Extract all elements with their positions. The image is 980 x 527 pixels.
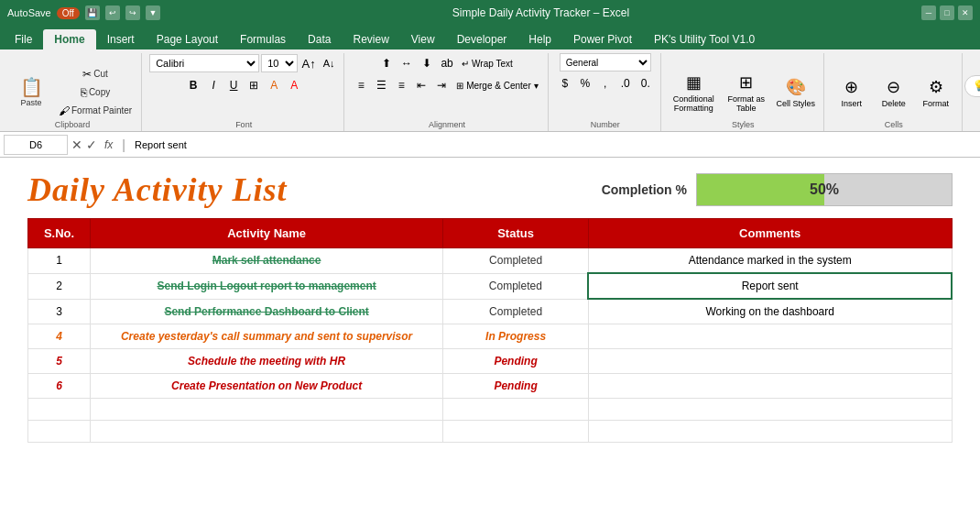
conditional-formatting-button[interactable]: ▦ Conditional Formatting xyxy=(669,67,719,117)
insert-button[interactable]: ⊕ Insert xyxy=(832,67,872,117)
insert-label: Insert xyxy=(841,99,862,108)
save-icon[interactable]: 💾 xyxy=(85,5,100,20)
title-bar: AutoSave Off 💾 ↩ ↪ ▼ Simple Daily Activi… xyxy=(0,0,980,26)
tab-data[interactable]: Data xyxy=(297,29,342,49)
autosave-toggle[interactable]: Off xyxy=(57,7,80,19)
activity-text: Schedule the meeting with HR xyxy=(188,355,345,368)
table-row-selected[interactable]: 2 Send Login Logout report to management… xyxy=(28,273,953,299)
cancel-formula-icon[interactable]: ✕ xyxy=(71,137,82,152)
increase-indent-button[interactable]: ⇥ xyxy=(432,76,451,94)
row-comments: Report sent xyxy=(588,273,952,299)
accept-formula-icon[interactable]: ✓ xyxy=(86,137,97,152)
decrease-indent-button[interactable]: ⇤ xyxy=(412,76,430,94)
align-left-button[interactable]: ≡ xyxy=(352,76,370,94)
row-activity: Send Login Logout report to management xyxy=(90,273,442,299)
formula-input[interactable] xyxy=(131,135,976,155)
paste-button[interactable]: 📋 Paste xyxy=(9,65,53,120)
ribbon: 📋 Paste ✂ Cut ⎘ Copy 🖌 Format Painter Cl… xyxy=(0,49,980,132)
orientation-button[interactable]: ab xyxy=(438,54,456,72)
cells-group-label: Cells xyxy=(826,120,962,129)
undo-icon[interactable]: ↩ xyxy=(105,5,120,20)
clipboard-group-label: Clipboard xyxy=(4,120,141,129)
tab-insert[interactable]: Insert xyxy=(96,29,146,49)
tab-review[interactable]: Review xyxy=(342,29,399,49)
italic-button[interactable]: I xyxy=(204,76,223,94)
table-row[interactable]: 3 Send Performance Dashboard to Client C… xyxy=(28,299,953,324)
table-row[interactable]: 4 Create yesterday's call summary and se… xyxy=(28,324,953,349)
title-bar-left: AutoSave Off 💾 ↩ ↪ ▼ xyxy=(7,5,160,20)
underline-button[interactable]: U xyxy=(224,76,243,94)
align-middle-button[interactable]: ↔ xyxy=(397,54,416,72)
font-grow-button[interactable]: A↑ xyxy=(299,54,318,72)
minimize-icon[interactable]: ─ xyxy=(921,5,936,20)
align-right-button[interactable]: ≡ xyxy=(392,76,410,94)
tellme-input[interactable]: 💡 Tell me what you want to do xyxy=(964,75,980,97)
border-button[interactable]: ⊞ xyxy=(245,76,263,94)
tab-page-layout[interactable]: Page Layout xyxy=(146,29,229,49)
format-painter-label: Format Painter xyxy=(71,105,132,115)
ribbon-group-font: Calibri 10 A↑ A↓ B I U ⊞ A A Font xyxy=(144,53,344,131)
merge-center-button[interactable]: ⊞ Merge & Center ▾ xyxy=(452,76,542,94)
tab-file[interactable]: File xyxy=(4,29,43,49)
activity-text: Mark self attendance xyxy=(212,254,321,267)
conditional-formatting-icon: ▦ xyxy=(686,72,702,93)
comma-button[interactable]: , xyxy=(596,74,615,93)
table-container: S.No. Activity Name Status Comments 1 Ma… xyxy=(0,218,980,443)
formula-icons: ✕ ✓ xyxy=(71,137,97,152)
format-button[interactable]: ⚙ Format xyxy=(916,67,956,117)
title-bar-right: ─ □ ✕ xyxy=(921,5,973,20)
merge-dropdown-icon: ▾ xyxy=(534,81,539,91)
tab-view[interactable]: View xyxy=(400,29,446,49)
maximize-icon[interactable]: □ xyxy=(940,5,954,20)
row-comments: Attendance marked in the system xyxy=(588,248,952,274)
bold-button[interactable]: B xyxy=(184,76,202,94)
number-format-select[interactable]: General xyxy=(560,53,651,71)
accounting-button[interactable]: $ xyxy=(556,74,574,93)
row-sno: 2 xyxy=(28,273,91,299)
table-header-row: S.No. Activity Name Status Comments xyxy=(28,219,953,248)
row-sno: 1 xyxy=(28,248,91,274)
activity-table: S.No. Activity Name Status Comments 1 Ma… xyxy=(27,218,953,443)
col-header-status: Status xyxy=(443,219,589,248)
tab-utility[interactable]: PK's Utility Tool V1.0 xyxy=(643,29,766,49)
wrap-text-button[interactable]: ↵ Wrap Text xyxy=(458,54,517,72)
decrease-decimal-button[interactable]: 0. xyxy=(637,74,655,93)
row-activity: Schedule the meeting with HR xyxy=(90,349,442,374)
ribbon-group-number: General $ % , .0 0. Number xyxy=(550,53,661,131)
format-as-table-button[interactable]: ⊞ Format as Table xyxy=(723,67,770,117)
tab-powerpivot[interactable]: Power Pivot xyxy=(562,29,643,49)
table-row[interactable]: 1 Mark self attendance Completed Attenda… xyxy=(28,248,953,274)
row-activity: Send Performance Dashboard to Client xyxy=(90,299,442,324)
align-row-2: ≡ ☰ ≡ ⇤ ⇥ ⊞ Merge & Center ▾ xyxy=(352,76,542,94)
cell-styles-button[interactable]: 🎨 Cell Styles xyxy=(774,67,818,117)
cell-reference-input[interactable] xyxy=(4,135,68,155)
copy-button[interactable]: ⎘ Copy xyxy=(55,84,136,101)
col-header-sno: S.No. xyxy=(28,219,91,248)
redo-icon[interactable]: ↪ xyxy=(125,5,140,20)
tab-help[interactable]: Help xyxy=(517,29,562,49)
font-size-select[interactable]: 10 xyxy=(261,54,298,72)
table-row[interactable]: 6 Create Presentation on New Product Pen… xyxy=(28,374,953,399)
format-table-icon: ⊞ xyxy=(739,72,753,93)
format-painter-button[interactable]: 🖌 Format Painter xyxy=(55,103,136,119)
align-center-button[interactable]: ☰ xyxy=(372,76,390,94)
fill-color-button[interactable]: A xyxy=(265,76,283,94)
table-row[interactable]: 5 Schedule the meeting with HR Pending xyxy=(28,349,953,374)
font-name-select[interactable]: Calibri xyxy=(149,54,259,72)
tab-developer[interactable]: Developer xyxy=(446,29,518,49)
font-shrink-button[interactable]: A↓ xyxy=(320,54,338,72)
percent-button[interactable]: % xyxy=(576,74,594,93)
merge-label: Merge & Center xyxy=(466,81,531,91)
delete-button[interactable]: ⊖ Delete xyxy=(874,67,914,117)
font-group-label: Font xyxy=(144,120,343,129)
more-icon[interactable]: ▼ xyxy=(146,5,160,20)
tab-formulas[interactable]: Formulas xyxy=(229,29,297,49)
close-icon[interactable]: ✕ xyxy=(958,5,973,20)
tab-home[interactable]: Home xyxy=(43,29,95,49)
cut-button[interactable]: ✂ Cut xyxy=(55,66,136,82)
row-comments xyxy=(588,324,952,349)
increase-decimal-button[interactable]: .0 xyxy=(616,74,635,93)
align-bottom-button[interactable]: ⬇ xyxy=(418,54,436,72)
align-top-button[interactable]: ⬆ xyxy=(377,54,396,72)
font-color-button[interactable]: A xyxy=(285,76,303,94)
